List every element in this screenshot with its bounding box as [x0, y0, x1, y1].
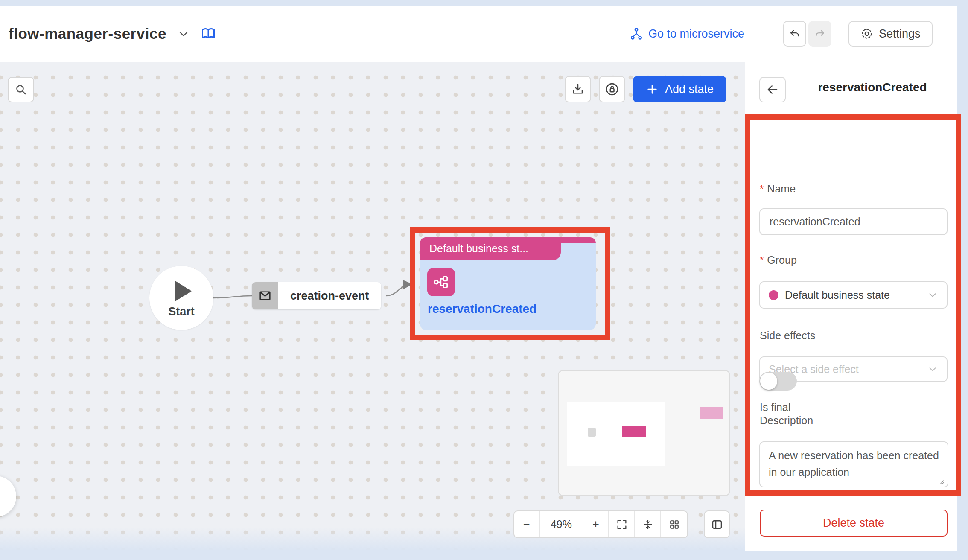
event-icon-box: [252, 282, 278, 309]
is-final-toggle[interactable]: [759, 372, 797, 391]
group-select[interactable]: Default business state: [759, 281, 948, 309]
minimap[interactable]: [558, 370, 730, 496]
lock-circle-icon: [604, 82, 620, 97]
group-color-dot: [769, 290, 778, 300]
required-mark: *: [760, 183, 764, 195]
group-label: *Group: [760, 254, 797, 266]
event-node-label: creation-event: [278, 282, 381, 309]
settings-button[interactable]: Settings: [848, 21, 933, 47]
side-effects-label: Side effects: [760, 330, 815, 342]
redo-button[interactable]: [808, 21, 831, 47]
back-button[interactable]: [759, 77, 786, 102]
group-select-value: Default business state: [785, 289, 890, 301]
state-node-reservationCreated[interactable]: Default business st... reservationCreate…: [420, 237, 596, 330]
add-state-label: Add state: [665, 83, 714, 96]
delete-state-label: Delete state: [823, 516, 884, 530]
state-details-panel: reservationCreated *Name *Group Default …: [745, 62, 957, 551]
grid-icon: [668, 519, 680, 531]
zoom-out-button[interactable]: −: [514, 511, 540, 537]
page-title: flow-manager-service: [9, 25, 166, 42]
panel-layout-icon: [711, 518, 723, 531]
lock-mode-button[interactable]: [599, 76, 625, 102]
arrow-left-icon: [766, 83, 779, 96]
side-panel-toggle-button[interactable]: [704, 510, 730, 538]
start-node[interactable]: Start: [149, 266, 213, 330]
state-node-name: reservationCreated: [428, 302, 536, 316]
envelope-icon: [258, 289, 272, 303]
export-button[interactable]: [565, 76, 591, 102]
flow-canvas[interactable]: Add state Start creation-event: [0, 62, 745, 551]
is-final-label: Is final: [760, 401, 790, 414]
required-mark: *: [760, 254, 764, 266]
documentation-button[interactable]: [201, 26, 216, 41]
open-book-icon: [201, 26, 216, 41]
minimap-state-node: [622, 426, 646, 437]
settings-label: Settings: [879, 27, 921, 41]
go-to-microservice-label: Go to microservice: [648, 27, 744, 41]
minimap-start-node: [588, 428, 596, 437]
floating-action-button-partial[interactable]: [0, 476, 16, 517]
download-icon: [571, 82, 585, 96]
start-node-label: Start: [168, 305, 195, 318]
collapse-view-button[interactable]: [635, 511, 661, 537]
go-to-microservice-link[interactable]: Go to microservice: [630, 27, 744, 41]
name-input[interactable]: [759, 208, 948, 235]
app-card: flow-manager-service Go t: [0, 6, 957, 551]
minimap-offscreen-node: [700, 407, 723, 419]
undo-button[interactable]: [783, 21, 806, 47]
name-label: *Name: [760, 183, 796, 195]
toggle-knob: [760, 373, 777, 390]
event-node[interactable]: creation-event: [252, 282, 381, 309]
redo-icon: [813, 27, 826, 40]
gear-icon: [860, 27, 873, 40]
chevron-down-icon: [927, 289, 938, 300]
zoom-controls: − 49% +: [513, 510, 688, 538]
fit-vertical-icon: [642, 519, 654, 531]
fit-view-button[interactable]: [609, 511, 635, 537]
undo-icon: [788, 27, 801, 40]
header: flow-manager-service Go t: [0, 6, 957, 62]
chevron-down-icon: [177, 27, 190, 41]
zoom-in-button[interactable]: +: [583, 511, 609, 537]
play-icon: [175, 280, 192, 302]
layout-grid-button[interactable]: [661, 511, 687, 537]
canvas-search-button[interactable]: [8, 77, 34, 102]
delete-state-button[interactable]: Delete state: [760, 510, 948, 537]
flow-editor-app: flow-manager-service Go t: [0, 0, 968, 560]
zoom-level: 49%: [540, 511, 583, 537]
state-type-badge: [427, 268, 455, 296]
hierarchy-icon: [432, 273, 450, 291]
fullscreen-icon: [616, 519, 628, 531]
add-state-button[interactable]: Add state: [633, 76, 726, 102]
microservice-icon: [630, 27, 643, 41]
chevron-down-icon: [927, 364, 938, 375]
panel-title: reservationCreated: [792, 81, 953, 94]
search-icon: [14, 83, 28, 96]
description-textarea[interactable]: A new reservation has been created in ou…: [759, 441, 948, 487]
title-dropdown[interactable]: [177, 27, 190, 41]
minimap-viewport: [567, 402, 665, 466]
state-group-tab: Default business st...: [420, 237, 561, 260]
plus-icon: [646, 83, 659, 96]
description-label: Description: [760, 414, 813, 427]
